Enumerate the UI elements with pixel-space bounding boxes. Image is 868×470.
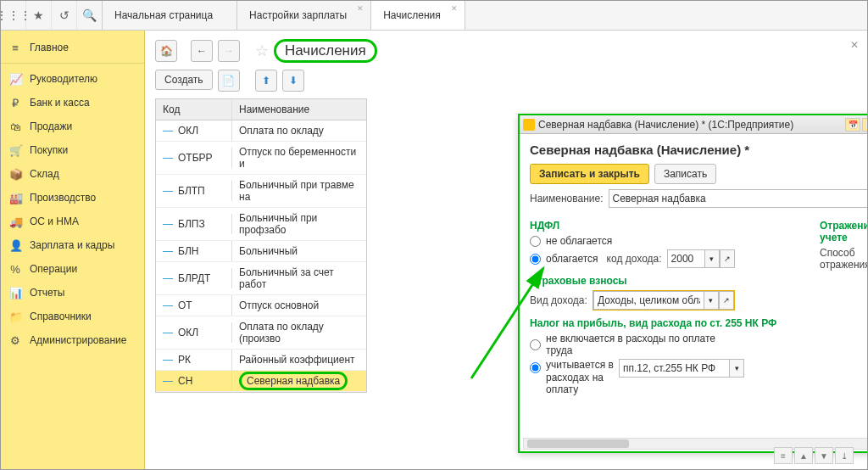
tab-accruals[interactable]: Начисления✕ [371, 1, 465, 30]
dialog-header: Северная надбавка (Начисление) * [530, 143, 868, 157]
sidebar-label: Операции [30, 263, 77, 275]
sidebar-label: ОС и НМА [30, 215, 79, 227]
sidebar-item-7[interactable]: 🚚ОС и НМА [1, 210, 144, 233]
open-icon[interactable]: ↗ [720, 249, 735, 268]
main-area: ✕ 🏠 ← → ☆ Начисления Создать 📄 ⬆ ⬇ Код Н… [145, 31, 867, 469]
close-icon[interactable]: ✕ [357, 4, 364, 13]
star-icon[interactable]: ★ [26, 1, 52, 30]
sidebar-icon: 🛍 [9, 120, 21, 133]
sidebar-item-6[interactable]: 🏭Производство [1, 186, 144, 210]
insurance-section: Страховые взносы [530, 275, 803, 287]
sidebar-item-2[interactable]: ₽Банк и касса [1, 91, 144, 115]
sidebar-label: Продажи [30, 120, 72, 132]
ins-kind-input[interactable] [593, 291, 704, 310]
dropdown-icon[interactable]: ▾ [704, 291, 719, 310]
sidebar-label: Главное [30, 42, 69, 53]
ins-kind-label: Вид дохода: [530, 294, 587, 306]
ndfl-yes-radio[interactable]: облагается код дохода: ▾ ↗ [530, 249, 803, 268]
collapse-all-icon[interactable]: ≡ [774, 447, 793, 464]
sidebar-icon: 📦 [9, 168, 21, 181]
dialog-title-text: Северная надбавка (Начисление) * (1С:Пре… [538, 119, 793, 131]
create-button[interactable]: Создать [155, 70, 213, 90]
table-row[interactable]: —СНСеверная надбавка [156, 371, 366, 392]
calc-icon[interactable]: 📅 [845, 118, 860, 131]
copy-button[interactable]: 📄 [218, 70, 240, 92]
sidebar-item-8[interactable]: 👤Зарплата и кадры [1, 233, 144, 257]
accrual-dialog: Северная надбавка (Начисление) * (1С:Пре… [518, 114, 868, 453]
expand-all-icon[interactable]: ⤓ [835, 447, 854, 464]
sidebar-icon: 📊 [9, 287, 21, 299]
sidebar-item-4[interactable]: 🛒Покупки [1, 138, 144, 162]
up-icon[interactable]: ▲ [794, 447, 813, 464]
back-button[interactable]: ← [191, 40, 213, 62]
table-row[interactable]: —ОТОтпуск основной [156, 295, 366, 316]
table-row[interactable]: —БЛПЗБольничный при профзабо [156, 208, 366, 241]
sidebar-item-11[interactable]: 📁Справочники [1, 305, 144, 328]
ndfl-no-radio[interactable]: не облагается [530, 235, 803, 247]
apps-icon[interactable]: ⋮⋮⋮ [1, 1, 26, 30]
sidebar-item-12[interactable]: ⚙Администрирование [1, 328, 144, 352]
table-row[interactable]: —ОТБРРОтпуск по беременности и [156, 142, 366, 175]
up-button[interactable]: ⬆ [255, 70, 277, 92]
sidebar-label: Справочники [30, 311, 92, 322]
sidebar-icon: 🚚 [9, 215, 21, 228]
page-footer-buttons: ≡ ▲ ▼ ⤓ [774, 447, 854, 464]
table-row[interactable]: —БЛТПБольничный при травме на [156, 175, 366, 208]
sidebar-item-1[interactable]: 📈Руководителю [1, 67, 144, 91]
sidebar-label: Зарплата и кадры [30, 239, 114, 251]
sidebar-label: Руководителю [30, 73, 97, 85]
table-row[interactable]: —БЛРДТБольничный за счет работ [156, 262, 366, 295]
sidebar-icon: ≡ [9, 42, 21, 54]
dropdown-icon[interactable]: ▾ [704, 249, 720, 268]
table-row[interactable]: —ОКЛОплата по окладу (произво [156, 316, 366, 350]
sidebar-label: Склад [30, 168, 59, 180]
acc-method-label: Способ отражения: [820, 247, 868, 271]
history-icon[interactable]: ↺ [52, 1, 77, 30]
col-name[interactable]: Наименование [232, 99, 366, 120]
table-row[interactable]: —РКРайонный коэффициент [156, 350, 366, 371]
sidebar-label: Покупки [30, 144, 68, 156]
col-code[interactable]: Код [156, 99, 232, 120]
top-toolbar: ⋮⋮⋮ ★ ↺ 🔍 Начальная страница Настройки з… [1, 1, 867, 31]
dropdown-icon[interactable]: ▾ [729, 359, 744, 378]
sidebar-item-5[interactable]: 📦Склад [1, 162, 144, 186]
sidebar-icon: % [9, 263, 21, 276]
profit-no-radio[interactable]: не включается в расходы по оплате труда [530, 333, 803, 356]
close-page-icon[interactable]: ✕ [850, 39, 859, 51]
table-row[interactable]: —ОКЛОплата по окладу [156, 120, 366, 142]
forward-button[interactable]: → [218, 40, 240, 62]
profit-section: Налог на прибыль, вид расхода по ст. 255… [530, 317, 803, 329]
sidebar-item-0[interactable]: ≡Главное [1, 36, 144, 59]
sidebar-label: Администрирование [30, 334, 126, 346]
tab-home[interactable]: Начальная страница [103, 1, 237, 30]
sidebar-icon: 🏭 [9, 192, 21, 204]
down-button[interactable]: ⬇ [282, 70, 304, 92]
dialog-titlebar[interactable]: Северная надбавка (Начисление) * (1С:Пре… [520, 115, 868, 134]
table-row[interactable]: —БЛНБольничный [156, 241, 366, 262]
income-code-input[interactable] [667, 249, 704, 268]
sidebar-label: Отчеты [30, 287, 64, 299]
close-icon[interactable]: ✕ [451, 4, 458, 13]
ndfl-section: НДФЛ [530, 220, 803, 232]
name-input[interactable] [609, 189, 868, 208]
name-label: Наименование: [530, 193, 604, 204]
accounting-section: Отражение в бухгалтерском учете [820, 220, 868, 243]
sidebar-item-10[interactable]: 📊Отчеты [1, 281, 144, 305]
page-title: Начисления [274, 39, 377, 63]
profit-yes-radio[interactable]: учитывается в расходах на оплату ▾ [530, 359, 803, 395]
profit-combo-input[interactable] [619, 359, 729, 378]
sidebar-icon: ⚙ [9, 334, 21, 347]
calc2-icon[interactable]: 📊 [862, 118, 868, 131]
home-button[interactable]: 🏠 [155, 40, 177, 62]
save-button[interactable]: Записать [654, 164, 716, 184]
tab-settings[interactable]: Настройки зарплаты✕ [237, 1, 371, 30]
open-icon[interactable]: ↗ [719, 291, 734, 310]
sidebar-item-3[interactable]: 🛍Продажи [1, 115, 144, 138]
sidebar-item-9[interactable]: %Операции [1, 257, 144, 281]
sidebar-icon: ₽ [9, 97, 21, 109]
favorite-icon[interactable]: ☆ [255, 42, 269, 60]
search-icon[interactable]: 🔍 [77, 1, 103, 30]
save-close-button[interactable]: Записать и закрыть [530, 164, 649, 184]
sidebar-icon: 🛒 [9, 144, 21, 157]
down-icon[interactable]: ▼ [815, 447, 833, 464]
